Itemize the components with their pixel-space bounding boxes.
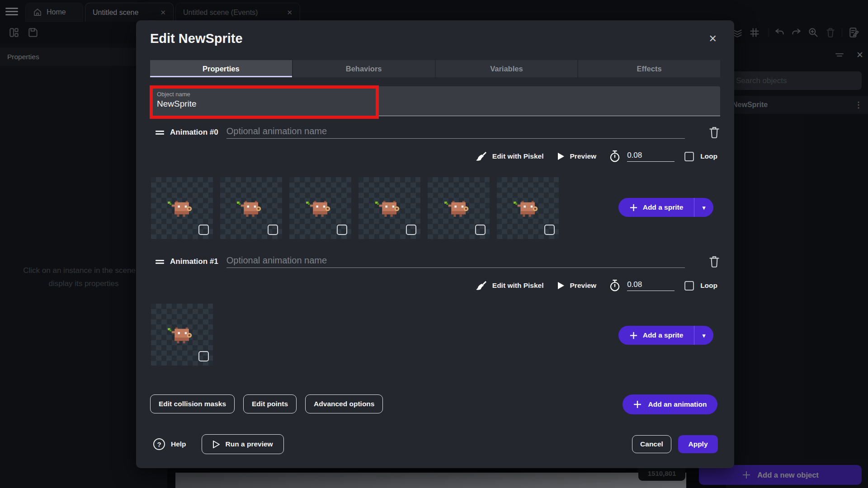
frame-select-checkbox[interactable] bbox=[198, 351, 209, 361]
time-between-frames-input[interactable] bbox=[627, 151, 675, 162]
object-name-field-label: Object name bbox=[157, 91, 190, 98]
object-name-field: Object name bbox=[150, 86, 720, 116]
animation-1-frames bbox=[151, 304, 213, 366]
play-icon bbox=[557, 152, 565, 160]
dialog-tab-effects[interactable]: Effects bbox=[577, 60, 720, 77]
drag-handle-icon[interactable] bbox=[156, 129, 164, 136]
sprite-frame[interactable] bbox=[151, 177, 213, 239]
help-button[interactable]: ? Help bbox=[153, 438, 186, 450]
dialog-tabs: Properties Behaviors Variables Effects bbox=[150, 60, 720, 77]
sprite-frame[interactable] bbox=[151, 304, 213, 366]
plus-icon bbox=[629, 331, 638, 340]
loop-label: Loop bbox=[700, 282, 717, 290]
chevron-down-icon[interactable]: ▾ bbox=[694, 204, 713, 211]
play-icon bbox=[557, 282, 565, 290]
apply-button[interactable]: Apply bbox=[678, 435, 718, 453]
frame-select-checkbox[interactable] bbox=[544, 225, 555, 235]
dialog-tab-variables[interactable]: Variables bbox=[435, 60, 578, 77]
advanced-options-button[interactable]: Advanced options bbox=[305, 394, 383, 413]
sprite-frame[interactable] bbox=[428, 177, 490, 239]
brush-icon bbox=[475, 280, 487, 291]
frame-select-checkbox[interactable] bbox=[268, 225, 278, 235]
edit-sprite-dialog: Edit NewSprite ✕ Properties Behaviors Va… bbox=[136, 20, 734, 468]
dialog-tab-properties[interactable]: Properties bbox=[150, 60, 292, 77]
help-icon: ? bbox=[153, 438, 165, 450]
edit-with-piskel-button[interactable]: Edit with Piskel bbox=[475, 280, 544, 291]
frame-select-checkbox[interactable] bbox=[337, 225, 347, 235]
add-sprite-button[interactable]: Add a sprite ▾ bbox=[618, 198, 713, 217]
frame-select-checkbox[interactable] bbox=[406, 225, 416, 235]
pig-sprite-image bbox=[167, 326, 193, 345]
add-sprite-button[interactable]: Add a sprite ▾ bbox=[618, 326, 713, 345]
time-between-frames-input[interactable] bbox=[627, 280, 675, 291]
edit-points-button[interactable]: Edit points bbox=[243, 394, 297, 413]
delete-animation-icon[interactable] bbox=[708, 126, 720, 139]
brush-icon bbox=[475, 150, 487, 162]
animation-title: Animation #0 bbox=[170, 128, 218, 137]
frame-select-checkbox[interactable] bbox=[475, 225, 486, 235]
frame-select-checkbox[interactable] bbox=[198, 225, 209, 235]
pig-sprite-image bbox=[444, 200, 469, 219]
sprite-frame[interactable] bbox=[220, 177, 282, 239]
preview-button[interactable]: Preview bbox=[557, 152, 597, 160]
animation-name-input[interactable] bbox=[226, 255, 685, 268]
sprite-frame[interactable] bbox=[359, 177, 420, 239]
plus-icon bbox=[629, 203, 638, 212]
dialog-footer: ? Help Run a preview Cancel Apply bbox=[153, 434, 718, 454]
animation-name-input[interactable] bbox=[226, 126, 685, 139]
pig-sprite-image bbox=[167, 200, 193, 219]
loop-label: Loop bbox=[700, 152, 717, 160]
plus-icon bbox=[633, 400, 642, 409]
chevron-down-icon[interactable]: ▾ bbox=[694, 332, 713, 339]
animation-0-frames bbox=[151, 177, 559, 239]
loop-checkbox[interactable] bbox=[684, 152, 694, 161]
dialog-tab-behaviors[interactable]: Behaviors bbox=[292, 60, 435, 77]
play-outline-icon bbox=[212, 440, 220, 449]
animation-1-header: Animation #1 bbox=[150, 254, 720, 269]
stopwatch-icon bbox=[609, 150, 621, 163]
sprite-frame[interactable] bbox=[497, 177, 559, 239]
run-preview-button[interactable]: Run a preview bbox=[202, 434, 284, 454]
add-animation-button[interactable]: Add an animation bbox=[623, 394, 717, 414]
pig-sprite-image bbox=[513, 200, 538, 219]
drag-handle-icon[interactable] bbox=[156, 258, 164, 265]
preview-button[interactable]: Preview bbox=[557, 282, 597, 290]
animation-0-header: Animation #0 bbox=[150, 125, 720, 140]
object-name-input[interactable] bbox=[157, 99, 428, 109]
delete-animation-icon[interactable] bbox=[708, 255, 720, 268]
loop-checkbox[interactable] bbox=[684, 281, 694, 291]
pig-sprite-image bbox=[306, 200, 331, 219]
stopwatch-icon bbox=[609, 279, 621, 292]
edit-with-piskel-button[interactable]: Edit with Piskel bbox=[475, 150, 544, 162]
sprite-frame[interactable] bbox=[289, 177, 351, 239]
cancel-button[interactable]: Cancel bbox=[632, 435, 671, 453]
pig-sprite-image bbox=[236, 200, 262, 219]
dialog-title: Edit NewSprite bbox=[150, 31, 243, 46]
dialog-close-icon[interactable]: ✕ bbox=[709, 33, 717, 45]
animation-title: Animation #1 bbox=[170, 257, 218, 266]
animation-0-controls: Edit with Piskel Preview Loop bbox=[475, 149, 717, 164]
pig-sprite-image bbox=[375, 200, 400, 219]
edit-collision-masks-button[interactable]: Edit collision masks bbox=[150, 394, 235, 413]
animation-1-controls: Edit with Piskel Preview Loop bbox=[475, 278, 717, 293]
